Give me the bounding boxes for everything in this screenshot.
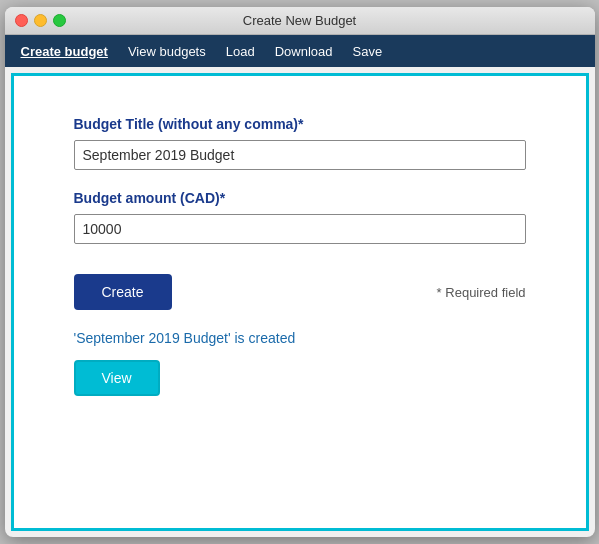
budget-title-label: Budget Title (without any comma)* [74, 116, 526, 132]
budget-title-group: Budget Title (without any comma)* [74, 116, 526, 170]
budget-amount-label: Budget amount (CAD)* [74, 190, 526, 206]
menu-item-download[interactable]: Download [265, 40, 343, 63]
view-button[interactable]: View [74, 360, 160, 396]
window-controls [15, 14, 66, 27]
menu-item-load[interactable]: Load [216, 40, 265, 63]
minimize-button[interactable] [34, 14, 47, 27]
required-note: * Required field [437, 285, 526, 300]
menu-item-create-budget[interactable]: Create budget [11, 40, 118, 63]
budget-title-input[interactable] [74, 140, 526, 170]
close-button[interactable] [15, 14, 28, 27]
menu-item-view-budgets[interactable]: View budgets [118, 40, 216, 63]
success-message: 'September 2019 Budget' is created [74, 330, 526, 346]
menu-bar: Create budget View budgets Load Download… [5, 35, 595, 67]
view-button-container: View [74, 360, 526, 396]
maximize-button[interactable] [53, 14, 66, 27]
window-title: Create New Budget [243, 13, 356, 28]
title-bar: Create New Budget [5, 7, 595, 35]
app-window: Create New Budget Create budget View bud… [5, 7, 595, 537]
budget-amount-group: Budget amount (CAD)* [74, 190, 526, 244]
create-button[interactable]: Create [74, 274, 172, 310]
menu-item-save[interactable]: Save [342, 40, 392, 63]
budget-amount-input[interactable] [74, 214, 526, 244]
button-row: Create * Required field [74, 274, 526, 310]
content-area: Budget Title (without any comma)* Budget… [11, 73, 589, 531]
